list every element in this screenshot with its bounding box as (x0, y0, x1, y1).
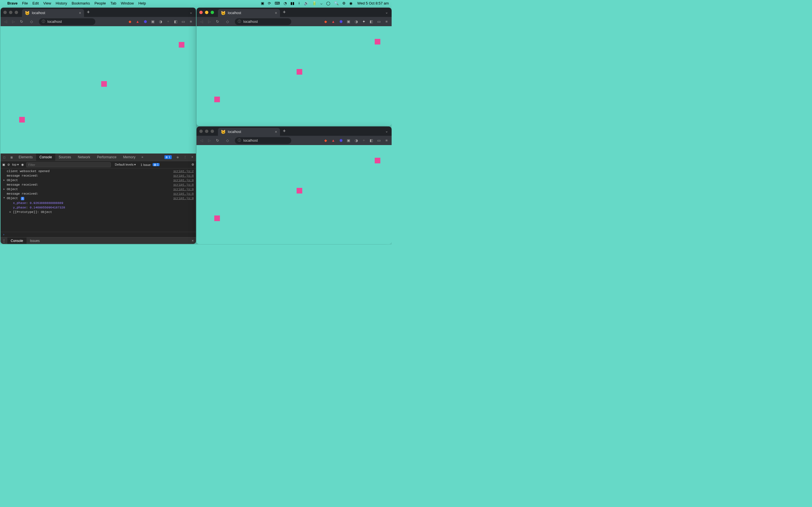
log-source-link[interactable]: script.js:9 (173, 196, 194, 200)
drawer-tab-console[interactable]: Console (7, 237, 27, 244)
app-menu-icon[interactable]: ≡ (384, 138, 389, 143)
log-source-link[interactable]: script.js:9 (173, 187, 194, 191)
grid-icon[interactable]: ▮▮ (290, 1, 294, 5)
disclosure-triangle-icon[interactable]: ▶ (10, 210, 11, 214)
inspect-element-icon[interactable]: ⬚ (1, 156, 8, 159)
devtools-tab-network[interactable]: Network (74, 154, 94, 161)
site-info-icon[interactable]: ⓘ (42, 19, 45, 24)
drawer-tab-issues[interactable]: Issues (27, 237, 43, 244)
window-maximize-button[interactable] (15, 11, 18, 14)
address-bar[interactable]: ⓘ localhost (235, 137, 291, 144)
new-tab-button[interactable]: + (283, 128, 286, 134)
brave-shields-icon[interactable]: ◆ (323, 138, 328, 143)
log-levels-selector[interactable]: Default levels ▾ (115, 163, 136, 166)
extension-icon[interactable]: ◑ (158, 19, 163, 24)
browser-tab[interactable]: 😼 localhost × (22, 9, 84, 17)
wifi-icon[interactable]: ⌵ (320, 1, 322, 5)
menu-file[interactable]: File (22, 1, 28, 5)
extension-icon[interactable]: ⬢ (143, 19, 147, 24)
object-prototype[interactable]: ▶[[Prototype]]: Object (1, 210, 196, 214)
log-source-link[interactable]: script.js:9 (173, 179, 194, 182)
disclosure-triangle-icon[interactable]: ▼ (3, 196, 5, 200)
window-close-button[interactable] (199, 11, 203, 14)
log-source-link[interactable]: script.js:8 (173, 174, 194, 177)
console-log-object[interactable]: ▼Object iscript.js:9 (1, 196, 196, 201)
new-tab-button[interactable]: + (283, 9, 286, 15)
tabs-menu-chevron-icon[interactable]: ⌄ (385, 10, 388, 14)
sidebar-toggle-icon[interactable]: ◧ (369, 138, 373, 143)
tabs-menu-chevron-icon[interactable]: ⌄ (190, 10, 193, 14)
devtools-tab-elements[interactable]: Elements (15, 154, 36, 161)
window-minimize-button[interactable] (205, 129, 208, 133)
extension-icon[interactable]: ⬢ (339, 19, 343, 24)
menubar-clock[interactable]: Wed 5 Oct 8:57 am (357, 1, 389, 5)
window-maximize-button[interactable] (211, 11, 214, 14)
site-info-icon[interactable]: ⓘ (238, 19, 241, 24)
extension-icon[interactable]: ◑ (354, 138, 358, 143)
wallet-icon[interactable]: ▭ (377, 138, 381, 143)
siri-icon[interactable]: ◉ (349, 1, 352, 5)
extension-icon[interactable]: ▣ (151, 19, 155, 24)
tab-close-icon[interactable]: × (79, 11, 81, 15)
devtools-tab-memory[interactable]: Memory (120, 154, 139, 161)
user-icon[interactable]: ◯ (326, 1, 331, 5)
console-settings-icon[interactable]: ⚙ (192, 163, 194, 166)
bookmark-icon[interactable]: ◇ (225, 138, 230, 143)
browser-tab[interactable]: 😼 localhost × (218, 128, 280, 136)
forward-button[interactable]: ▷ (207, 138, 212, 143)
brave-rewards-icon[interactable]: ▲ (135, 19, 140, 24)
wallet-icon[interactable]: ▭ (181, 19, 186, 24)
extensions-puzzle-icon[interactable]: ✦ (361, 138, 366, 143)
menu-tab[interactable]: Tab (110, 1, 116, 5)
console-log-object[interactable]: ▶Objectscript.js:9 (1, 178, 196, 182)
drawer-kebab-icon[interactable]: ⋮ (1, 239, 7, 243)
extension-icon[interactable]: ◑ (354, 19, 358, 24)
active-app-name[interactable]: Brave (7, 1, 17, 5)
devtools-kebab-menu-icon[interactable]: ⋮ (181, 156, 189, 159)
console-filter-input[interactable] (26, 162, 111, 167)
battery-icon[interactable]: 🔋 (312, 1, 317, 5)
devtools-settings-icon[interactable]: ⚙ (174, 156, 181, 159)
brave-shields-icon[interactable]: ◆ (128, 19, 132, 24)
site-info-icon[interactable]: ⓘ (238, 138, 241, 143)
devtools-more-tabs-icon[interactable]: » (139, 156, 146, 159)
info-icon[interactable]: i (21, 197, 24, 200)
bluetooth-icon[interactable]: ᚼ (298, 1, 300, 5)
window-maximize-button[interactable] (211, 129, 214, 133)
log-source-link[interactable]: script.js:8 (173, 183, 194, 186)
disclosure-triangle-icon[interactable]: ▶ (3, 187, 5, 191)
reload-button[interactable]: ↻ (215, 19, 220, 24)
menu-help[interactable]: Help (139, 1, 146, 5)
window-close-button[interactable] (199, 129, 203, 133)
console-log-object[interactable]: ▶Objectscript.js:9 (1, 187, 196, 191)
menu-window[interactable]: Window (121, 1, 134, 5)
loop-icon[interactable]: ⟳ (268, 1, 271, 5)
log-source-link[interactable]: script.js:8 (173, 192, 194, 195)
issues-count[interactable]: 1 Issue: ▤ 1 (140, 163, 160, 166)
disclosure-triangle-icon[interactable]: ▶ (3, 179, 5, 182)
brave-rewards-icon[interactable]: ▲ (331, 138, 336, 143)
brave-shields-icon[interactable]: ◆ (323, 19, 328, 24)
extensions-puzzle-icon[interactable]: ✦ (361, 19, 366, 24)
extensions-puzzle-icon[interactable]: ✦ (166, 19, 170, 24)
device-toggle-icon[interactable]: ▥ (8, 156, 15, 159)
sidebar-toggle-icon[interactable]: ◧ (369, 19, 373, 24)
drawer-close-icon[interactable]: × (192, 239, 194, 243)
bookmark-icon[interactable]: ◇ (225, 19, 230, 24)
back-button[interactable]: ◁ (199, 19, 204, 24)
reload-button[interactable]: ↻ (215, 138, 220, 143)
spotlight-icon[interactable]: 🔍 (334, 1, 339, 5)
tab-close-icon[interactable]: × (275, 129, 277, 134)
wallet-icon[interactable]: ▭ (377, 19, 381, 24)
app-menu-icon[interactable]: ≡ (384, 19, 389, 24)
window-minimize-button[interactable] (9, 11, 12, 14)
sidebar-toggle-icon[interactable]: ◧ (173, 19, 178, 24)
reload-button[interactable]: ↻ (19, 19, 24, 24)
address-bar[interactable]: ⓘ localhost (235, 18, 291, 25)
volume-icon[interactable]: 🔊 (304, 1, 308, 5)
devtools-issues-badge[interactable]: ▤1 (164, 155, 172, 159)
address-bar[interactable]: ⓘ localhost (39, 18, 95, 25)
tab-close-icon[interactable]: × (275, 11, 277, 15)
browser-tab[interactable]: 😼 localhost × (218, 9, 280, 17)
brave-rewards-icon[interactable]: ▲ (331, 19, 336, 24)
